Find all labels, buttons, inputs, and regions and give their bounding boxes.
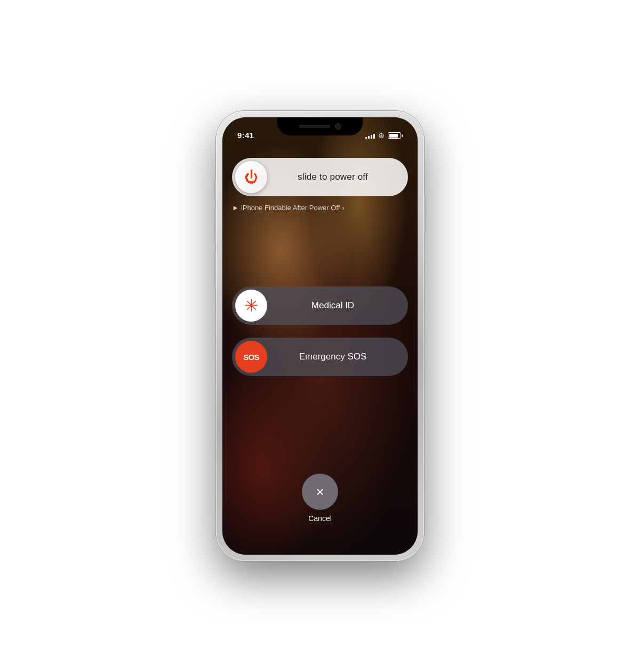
signal-icon [365, 132, 375, 139]
medical-icon: ✳ [244, 297, 259, 314]
phone-mockup: 9:41 ⊛ [216, 111, 424, 561]
notch [277, 117, 363, 135]
medical-id-slider[interactable]: ✳ Medical ID [232, 286, 408, 325]
medical-thumb: ✳ [235, 290, 267, 322]
power-off-slider[interactable]: ⏻ slide to power off [232, 158, 408, 196]
mute-button [214, 180, 216, 199]
status-icons: ⊛ [365, 131, 403, 140]
emergency-sos-slider[interactable]: SOS Emergency SOS [232, 338, 408, 376]
findable-icon: ► [232, 204, 239, 212]
volume-up-button [214, 207, 216, 244]
cancel-section: × Cancel [302, 474, 338, 523]
battery-icon [388, 132, 403, 139]
sos-icon: SOS [243, 353, 259, 362]
power-thumb: ⏻ [235, 161, 267, 193]
sos-thumb: SOS [235, 341, 267, 373]
findable-label: iPhone Findable After Power Off [241, 204, 340, 212]
power-side-button [424, 196, 426, 234]
action-sliders: ✳ Medical ID SOS Emergency SOS [232, 286, 408, 376]
findable-after-poweroff[interactable]: ► iPhone Findable After Power Off › [232, 204, 408, 212]
screen-content: ⏻ slide to power off ► iPhone Findable A… [222, 117, 418, 555]
cancel-button[interactable]: × [302, 474, 338, 510]
front-camera [335, 123, 341, 130]
sos-label: Emergency SOS [267, 351, 405, 362]
power-icon: ⏻ [244, 169, 258, 186]
medical-id-label: Medical ID [267, 300, 405, 311]
volume-down-button [214, 251, 216, 288]
speaker [299, 125, 331, 128]
power-off-label: slide to power off [267, 172, 405, 182]
close-icon: × [316, 485, 324, 499]
cancel-label: Cancel [308, 514, 332, 523]
power-off-slider-row: ⏻ slide to power off ► iPhone Findable A… [232, 158, 408, 212]
status-time: 9:41 [237, 131, 254, 140]
chevron-icon: › [342, 204, 344, 212]
phone-screen: 9:41 ⊛ [222, 117, 418, 555]
wifi-icon: ⊛ [378, 131, 385, 140]
